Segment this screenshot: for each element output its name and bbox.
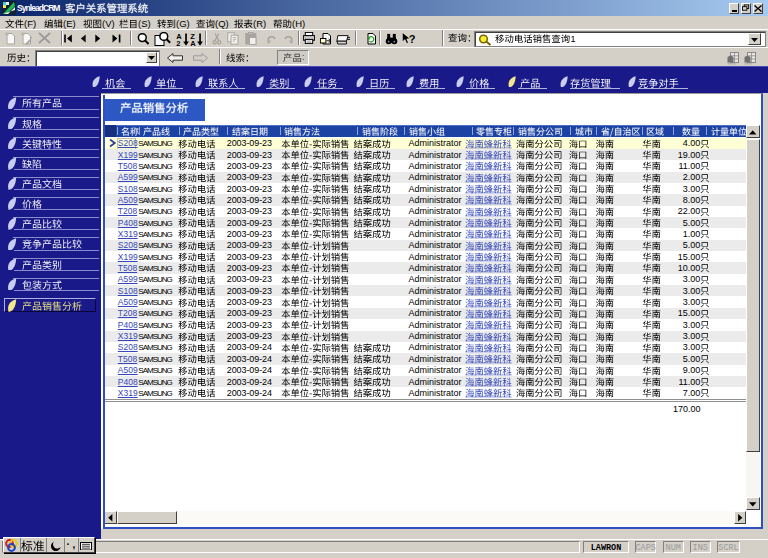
- svg-text:2: 2: [176, 38, 180, 46]
- svg-text:A: A: [190, 38, 196, 46]
- svg-text:?: ?: [409, 33, 416, 45]
